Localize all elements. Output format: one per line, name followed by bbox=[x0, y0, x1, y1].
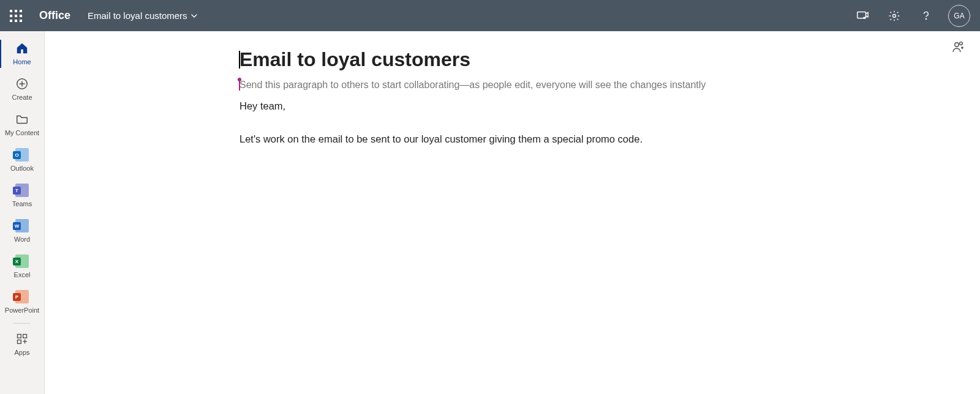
svg-rect-5 bbox=[23, 335, 27, 338]
rail-excel-label: Excel bbox=[14, 271, 31, 278]
chevron-down-icon bbox=[191, 10, 197, 21]
svg-point-1 bbox=[893, 14, 896, 17]
collaboration-hint[interactable]: Send this paragraph to others to start c… bbox=[239, 80, 815, 91]
svg-rect-6 bbox=[18, 340, 21, 344]
powerpoint-icon: P bbox=[15, 289, 29, 304]
app-header: Office Email to loyal customers GA bbox=[0, 0, 980, 31]
svg-rect-4 bbox=[18, 335, 21, 338]
excel-icon: X bbox=[15, 254, 29, 269]
rail-apps-label: Apps bbox=[14, 349, 29, 356]
outlook-icon: O bbox=[15, 147, 29, 162]
document-heading[interactable]: Email to loyal customers bbox=[239, 48, 815, 71]
home-icon bbox=[15, 41, 29, 56]
collaboration-hint-text: Send this paragraph to others to start c… bbox=[239, 80, 706, 90]
svg-point-2 bbox=[925, 18, 926, 19]
plus-circle-icon bbox=[15, 76, 29, 91]
left-nav-rail: Home Create My Content O Outlook bbox=[0, 31, 45, 394]
rail-outlook-label: Outlook bbox=[10, 165, 34, 172]
gear-icon[interactable] bbox=[878, 0, 910, 31]
paragraph-2[interactable]: Let's work on the email to be sent to ou… bbox=[239, 132, 815, 147]
rail-my-content[interactable]: My Content bbox=[0, 107, 44, 143]
word-icon: W bbox=[15, 218, 29, 233]
paragraph-1[interactable]: Hey team, bbox=[239, 99, 815, 114]
rail-excel[interactable]: X Excel bbox=[0, 249, 44, 284]
app-launcher-icon[interactable] bbox=[10, 10, 22, 22]
present-icon[interactable] bbox=[846, 0, 878, 31]
rail-outlook[interactable]: O Outlook bbox=[0, 143, 44, 178]
rail-my-content-label: My Content bbox=[5, 129, 39, 136]
rail-powerpoint[interactable]: P PowerPoint bbox=[0, 284, 44, 320]
share-people-icon[interactable] bbox=[951, 40, 965, 57]
document-surface[interactable]: Email to loyal customers Send this parag… bbox=[45, 31, 980, 394]
rail-word[interactable]: W Word bbox=[0, 214, 44, 249]
rail-divider bbox=[13, 323, 31, 324]
rail-home[interactable]: Home bbox=[0, 36, 44, 72]
text-cursor bbox=[239, 51, 240, 69]
rail-create[interactable]: Create bbox=[0, 72, 44, 107]
teams-icon: T bbox=[15, 183, 29, 198]
rail-apps[interactable]: Apps bbox=[0, 327, 44, 362]
rail-teams[interactable]: T Teams bbox=[0, 178, 44, 214]
svg-point-8 bbox=[960, 42, 963, 45]
document-title-dropdown[interactable]: Email to loyal customers bbox=[88, 10, 197, 21]
svg-point-7 bbox=[955, 43, 959, 46]
presence-dot-icon bbox=[238, 78, 241, 81]
help-icon[interactable] bbox=[910, 0, 942, 31]
document-title-text: Email to loyal customers bbox=[88, 10, 187, 21]
apps-icon bbox=[16, 332, 28, 346]
app-name[interactable]: Office bbox=[39, 9, 70, 22]
rail-powerpoint-label: PowerPoint bbox=[5, 307, 39, 314]
rail-home-label: Home bbox=[13, 58, 31, 65]
rail-create-label: Create bbox=[12, 94, 32, 101]
rail-teams-label: Teams bbox=[12, 200, 32, 207]
rail-word-label: Word bbox=[14, 236, 30, 243]
document: Email to loyal customers Send this parag… bbox=[239, 31, 815, 147]
user-avatar[interactable]: GA bbox=[948, 5, 970, 27]
folder-icon bbox=[15, 112, 29, 127]
